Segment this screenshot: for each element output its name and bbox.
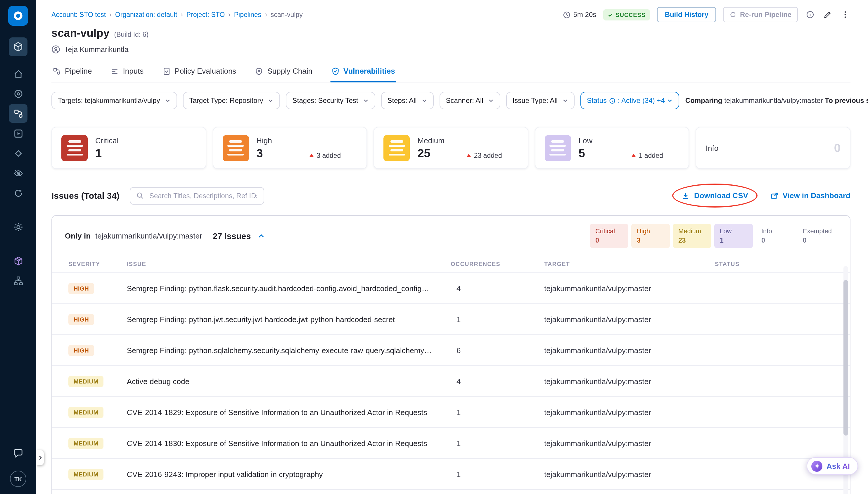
pipeline-icon	[53, 67, 61, 75]
supply-chain-icon	[255, 67, 263, 75]
sidebar-expand-handle[interactable]	[36, 450, 44, 466]
filter-target-type[interactable]: Target Type: Repository	[183, 92, 280, 109]
chat-icon[interactable]	[9, 444, 27, 462]
home-icon[interactable]	[9, 64, 27, 83]
severity-badge: HIGH	[69, 314, 94, 325]
issue-title[interactable]: Semgrep Finding: python.sqlalchemy.secur…	[127, 346, 451, 355]
target-value: tejakummarikuntla/vulpy:master	[544, 377, 715, 386]
filter-targets[interactable]: Targets: tejakummarikuntla/vulpy	[52, 92, 177, 109]
security-tests-icon[interactable]	[9, 164, 27, 183]
inputs-icon	[111, 67, 119, 75]
table-row[interactable]: MEDIUMActive debug code4tejakummarikuntl…	[52, 366, 850, 397]
occurrences-value: 1	[451, 470, 544, 479]
added-indicator: 23 added	[466, 152, 502, 159]
filter-issue-type[interactable]: Issue Type: All	[506, 92, 575, 109]
chaos-icon[interactable]	[9, 144, 27, 163]
table-row[interactable]: HIGHSemgrep Finding: python.sqlalchemy.s…	[52, 335, 850, 366]
ai-sparkle-icon	[811, 460, 823, 472]
edit-pencil-icon[interactable]	[823, 10, 833, 20]
status-badge: SUCCESS	[603, 9, 650, 20]
filter-status[interactable]: Status : Active (34) +4	[580, 92, 679, 109]
org-hierarchy-icon[interactable]	[9, 271, 27, 290]
severity-card-low[interactable]: Low51 added	[535, 127, 690, 169]
severity-card-critical[interactable]: Critical1	[52, 127, 206, 169]
breadcrumb-separator: ›	[109, 11, 112, 18]
high-severity-icon	[223, 135, 249, 161]
summary-pill-info: Info0	[756, 224, 795, 248]
card-label: Info	[706, 144, 718, 152]
filter-steps[interactable]: Steps: All	[381, 92, 434, 109]
sync-icon[interactable]	[9, 184, 27, 202]
table-row[interactable]: MEDIUMCVE-2016-9243: Improper input vali…	[52, 459, 850, 490]
chevron-down-icon	[562, 98, 568, 103]
table-row[interactable]: MEDIUMCVE-2014-1829: Exposure of Sensiti…	[52, 397, 850, 428]
breadcrumb-item-organization-default[interactable]: Organization: default	[115, 11, 177, 18]
severity-badge: MEDIUM	[69, 469, 104, 480]
table-row[interactable]: HIGHSemgrep Finding: python.flask.securi…	[52, 273, 850, 304]
pipelines-icon[interactable]	[9, 104, 27, 123]
breadcrumb-separator: ›	[180, 11, 183, 18]
vulnerabilities-panel: Only in tejakummarikuntla/vulpy:master 2…	[52, 215, 850, 494]
breadcrumb-item-account-sto-test[interactable]: Account: STO test	[52, 11, 106, 18]
chevron-down-icon	[488, 98, 494, 103]
breadcrumb-item-project-sto[interactable]: Project: STO	[187, 11, 225, 18]
triggered-by-user[interactable]: Teja Kummarikuntla	[64, 45, 129, 54]
info-icon[interactable]	[805, 10, 815, 20]
table-row[interactable]: MEDIUMCVE-2017-11424: PyJWT Improper Ver…	[52, 490, 850, 494]
build-duration: 5m 20s	[563, 11, 597, 19]
deployments-icon[interactable]	[9, 84, 27, 103]
rerun-pipeline-button[interactable]: Re-run Pipeline	[723, 7, 798, 22]
issue-title[interactable]: Semgrep Finding: python.flask.security.a…	[127, 284, 451, 293]
table-row[interactable]: MEDIUMCVE-2014-1830: Exposure of Sensiti…	[52, 428, 850, 459]
user-avatar[interactable]: TK	[10, 471, 26, 487]
title-row: scan-vulpy (Build Id: 6)	[52, 27, 850, 40]
search-input[interactable]	[148, 191, 258, 200]
severity-card-high[interactable]: High33 added	[212, 127, 367, 169]
up-triangle-icon	[631, 154, 636, 157]
kebab-menu-icon[interactable]	[840, 10, 850, 20]
breadcrumb-item-pipelines[interactable]: Pipelines	[234, 11, 261, 18]
tab-bar: PipelineInputsPolicy EvaluationsSupply C…	[52, 62, 850, 82]
summary-pill-exempted: Exempted0	[797, 224, 837, 248]
tab-pipeline[interactable]: Pipeline	[52, 62, 93, 82]
top-right-actions: 5m 20s SUCCESS Build History Re-run Pipe…	[563, 7, 850, 22]
column-header-status: STATUS	[715, 261, 835, 267]
build-history-button[interactable]: Build History	[657, 7, 716, 22]
scrollbar-thumb[interactable]	[844, 280, 848, 436]
low-severity-icon	[545, 135, 571, 161]
view-in-dashboard-button[interactable]: View in Dashboard	[770, 191, 850, 200]
severity-card-medium[interactable]: Medium2523 added	[373, 127, 528, 169]
executions-icon[interactable]	[9, 124, 27, 142]
tab-policy-evaluations[interactable]: Policy Evaluations	[161, 62, 237, 82]
person-icon	[52, 45, 60, 54]
issue-title[interactable]: Semgrep Finding: python.jwt.security.jwt…	[127, 315, 451, 324]
card-label: Medium	[417, 136, 445, 145]
check-icon	[608, 12, 613, 17]
download-csv-button[interactable]: Download CSV	[682, 191, 748, 200]
collapse-chevron-icon[interactable]	[258, 232, 265, 240]
column-header-issue: ISSUE	[127, 261, 451, 267]
card-count: 5	[579, 147, 593, 160]
module-cube-icon[interactable]	[9, 37, 27, 56]
table-row[interactable]: HIGHSemgrep Finding: python.jwt.security…	[52, 304, 850, 335]
ask-ai-button[interactable]: Ask AI	[807, 457, 858, 475]
filter-stages[interactable]: Stages: Security Test	[286, 92, 375, 109]
severity-summary-pills: Critical0High3Medium23Low1Info0Exempted0	[590, 224, 837, 248]
tab-supply-chain[interactable]: Supply Chain	[254, 62, 314, 82]
packages-icon[interactable]	[9, 251, 27, 270]
chevron-down-icon	[165, 98, 171, 103]
filter-scanner[interactable]: Scanner: All	[440, 92, 500, 109]
issue-title[interactable]: Active debug code	[127, 377, 451, 386]
harness-logo-icon[interactable]	[8, 6, 28, 26]
severity-card-info[interactable]: Info0	[696, 127, 850, 169]
breadcrumb-separator: ›	[265, 11, 267, 18]
issue-title[interactable]: CVE-2014-1829: Exposure of Sensitive Inf…	[127, 408, 451, 417]
download-icon	[682, 191, 690, 200]
issue-title[interactable]: CVE-2016-9243: Improper input validation…	[127, 470, 451, 479]
tab-vulnerabilities[interactable]: Vulnerabilities	[330, 62, 396, 82]
tab-inputs[interactable]: Inputs	[110, 62, 145, 82]
issue-title[interactable]: CVE-2014-1830: Exposure of Sensitive Inf…	[127, 439, 451, 448]
settings-gear-icon[interactable]	[9, 217, 27, 236]
chevron-down-icon	[268, 98, 274, 103]
app-window: TK Account: STO test›Organization: defau…	[0, 0, 868, 494]
